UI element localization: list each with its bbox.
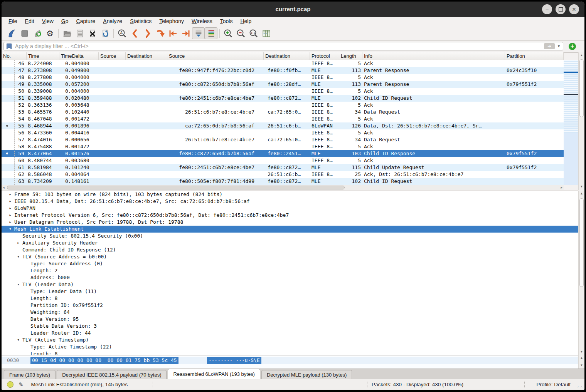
next-packet-button[interactable] — [141, 27, 154, 39]
capture-comment-icon[interactable]: ✎ — [19, 381, 24, 388]
packet-row[interactable]: 46 8.224008 0.004000 IEEE 8… 5 Ack — [2, 60, 564, 67]
packet-bytes-pane[interactable]: 0030 00 15 0d 00 00 00 00 00 00 00 01 75… — [2, 355, 578, 369]
menu-item[interactable]: Help — [236, 17, 255, 26]
column-header[interactable]: Destination — [264, 52, 310, 60]
packet-row[interactable]: 55 8.468944 0.001896 ca:72:65:0d:b7:b8:5… — [2, 122, 564, 129]
detail-row[interactable]: Partition ID: 0x79f551f2 — [2, 302, 578, 309]
detail-row[interactable]: Type: Source Address (0) — [2, 260, 578, 267]
detail-row[interactable]: ▾ TLV (Active Timestamp) — [2, 337, 578, 343]
packet-list-hscrollbar[interactable]: ◂ ▸ — [2, 185, 564, 190]
menu-item[interactable]: Tools — [216, 17, 237, 26]
display-filter-input[interactable]: Apply a display filter ... <Ctrl-/> ➜ ▼ — [3, 42, 563, 50]
zoom-in-button[interactable] — [222, 27, 234, 39]
scroll-up-arrow[interactable]: ▲ — [579, 53, 584, 58]
detail-row[interactable]: ▸ IEEE 802.15.4 Data, Dst: 26:51:c6:b7:e… — [2, 198, 578, 205]
byte-view-tab[interactable]: Frame (103 bytes) — [4, 370, 56, 379]
expert-info-icon[interactable] — [7, 381, 13, 388]
scroll-left-arrow[interactable]: ◂ — [3, 185, 5, 190]
menu-item[interactable]: Capture — [72, 17, 99, 26]
detail-row[interactable]: Length: 8 — [2, 295, 578, 302]
packet-row[interactable]: 50 8.339008 0.004000 IEEE 8… 5 Ack — [2, 88, 564, 95]
packet-minimap[interactable] — [564, 60, 578, 185]
expander-arrow[interactable] — [22, 274, 30, 281]
detail-row[interactable]: ▸ 6LoWPAN — [2, 205, 578, 212]
minimize-button[interactable]: – — [542, 4, 552, 14]
expander-arrow[interactable] — [14, 246, 22, 253]
packet-row[interactable]: 51 8.359488 0.020480 fe80::2451:c6b7:e8c… — [2, 95, 564, 102]
previous-packet-button[interactable] — [128, 27, 141, 39]
detail-row[interactable]: Leader Router ID: 44 — [2, 330, 578, 337]
menu-item[interactable]: Wireless — [188, 17, 216, 26]
packet-row[interactable]: 49 8.335008 0.057200 fe80::c872:650d:b7b… — [2, 81, 564, 88]
expander-arrow[interactable] — [22, 330, 30, 337]
column-header[interactable]: Destination — [126, 52, 167, 60]
menu-item[interactable]: Statistics — [126, 17, 155, 26]
detail-row[interactable]: ▾ TLV (Source Address = b0:00) — [2, 253, 578, 260]
expander-arrow[interactable]: ▸ — [6, 191, 14, 198]
packet-row[interactable]: 52 8.363136 0.003648 IEEE 8… 5 Ack — [2, 102, 564, 109]
column-header[interactable]: No. — [2, 52, 27, 60]
menu-item[interactable]: Edit — [21, 17, 38, 26]
maximize-button[interactable] — [556, 4, 566, 14]
expander-arrow[interactable]: ▾ — [14, 253, 22, 260]
detail-row[interactable]: Data Version: 95 — [2, 316, 578, 323]
detail-row[interactable]: Security Suite: 802.15.4 Security (0x00) — [2, 233, 578, 240]
scroll-down-arrow[interactable]: ▼ — [579, 363, 584, 368]
menu-item[interactable]: Go — [57, 17, 72, 26]
scroll-up-arrow[interactable]: ▲ — [579, 355, 584, 361]
go-to-packet-button[interactable] — [154, 27, 167, 39]
expander-arrow[interactable] — [22, 309, 30, 316]
resize-grip[interactable]: ⁙⁙ — [577, 385, 583, 389]
byte-view-tab[interactable]: Reassembled 6LoWPAN (193 bytes) — [168, 369, 260, 379]
expander-arrow[interactable]: ▸ — [6, 212, 14, 219]
expander-arrow[interactable] — [22, 302, 30, 309]
filter-dropdown-caret[interactable]: ▼ — [556, 44, 563, 48]
packet-row[interactable]: 53 8.465576 0.102440 26:51:c6:b7:e8:ce:4… — [2, 109, 564, 116]
apply-filter-button[interactable]: ➜ — [544, 43, 555, 49]
titlebar[interactable]: current.pcap – ✕ — [2, 2, 584, 17]
expander-arrow[interactable] — [22, 323, 30, 330]
expander-arrow[interactable] — [22, 295, 30, 302]
first-packet-button[interactable] — [167, 27, 179, 39]
zoom-out-button[interactable] — [234, 27, 247, 39]
detail-row[interactable]: Weighting: 64 — [2, 309, 578, 316]
expander-arrow[interactable] — [14, 233, 22, 240]
expander-arrow[interactable] — [22, 267, 30, 274]
detail-row[interactable]: ▸ Frame 59: 103 bytes on wire (824 bits)… — [2, 191, 578, 198]
packet-row[interactable]: 62 8.586048 0.004064 26:51:c6:b… IEEE 8…… — [2, 171, 564, 178]
detail-row[interactable]: ▾ Mesh Link Establishment — [2, 226, 578, 233]
hex-ascii-selected[interactable]: ········ ···u·S\E — [207, 357, 261, 364]
detail-row[interactable]: ▸ User Datagram Protocol, Src Port: 1978… — [2, 219, 578, 226]
column-header[interactable]: Protocol — [310, 52, 339, 60]
menu-item[interactable]: Analyze — [99, 17, 126, 26]
vscroll-thumb[interactable] — [579, 198, 584, 287]
filter-bookmark-icon[interactable] — [6, 43, 12, 50]
expander-arrow[interactable]: ▸ — [14, 240, 22, 246]
hex-vscrollbar[interactable]: ▲ ▼ — [578, 355, 584, 369]
packet-row[interactable]: 54 8.467048 0.001472 IEEE 8… 5 Ack — [2, 116, 564, 122]
expander-arrow[interactable] — [22, 343, 30, 350]
reload-file-button[interactable] — [99, 27, 111, 39]
open-file-button[interactable] — [61, 27, 73, 39]
column-header[interactable]: Info — [362, 52, 505, 60]
capture-options-button[interactable]: ⚙ — [44, 27, 56, 39]
close-button[interactable]: ✕ — [569, 4, 579, 14]
expander-arrow[interactable] — [22, 316, 30, 323]
expander-arrow[interactable]: ▸ — [6, 219, 14, 226]
column-header[interactable]: Source — [167, 52, 264, 60]
packet-row[interactable]: 60 8.480744 0.003680 IEEE 8… 5 Ack — [2, 157, 564, 164]
start-capture-button[interactable] — [5, 27, 18, 39]
byte-view-tab[interactable]: Decrypted MLE payload (130 bytes) — [261, 370, 352, 379]
detail-row[interactable]: Length: 8 — [2, 350, 578, 355]
expander-arrow[interactable]: ▾ — [14, 281, 22, 288]
column-header[interactable]: Time — [27, 52, 59, 60]
menu-item[interactable]: Telephony — [155, 17, 188, 26]
packet-row[interactable]: 57 8.474016 0.000656 26:51:c6:b7:e8:ce:4… — [2, 136, 564, 143]
column-header[interactable]: Source — [99, 52, 126, 60]
hex-row[interactable]: 0030 00 15 0d 00 00 00 00 00 00 00 01 75… — [2, 357, 578, 364]
hex-bytes-selected[interactable]: 00 15 0d 00 00 00 00 00 00 00 01 75 bb 5… — [30, 357, 178, 364]
packet-row[interactable]: 59 8.477064 0.001576 fe80::c872:650d:b7b… — [2, 150, 564, 157]
menu-item[interactable]: File — [5, 17, 21, 26]
expander-arrow[interactable] — [22, 288, 30, 295]
scroll-down-arrow[interactable]: ▼ — [579, 349, 584, 355]
